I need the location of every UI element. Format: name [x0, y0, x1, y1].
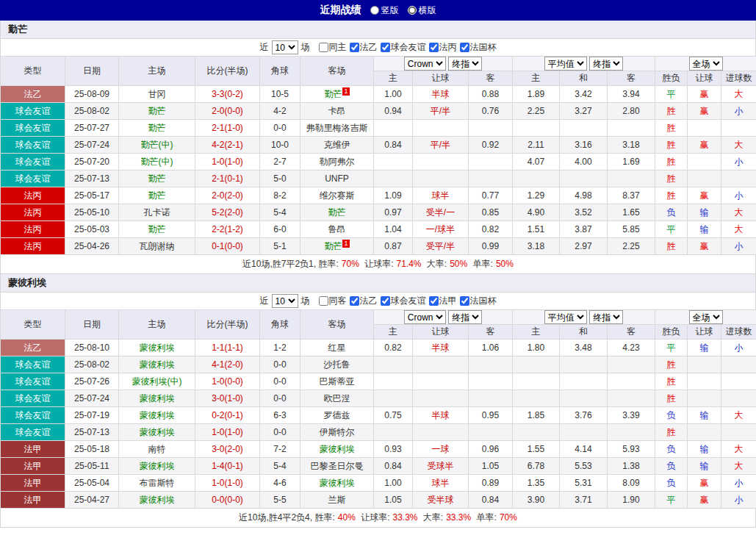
home-team[interactable]: 勤芒: [119, 103, 195, 120]
match-score[interactable]: 3-3(0-2): [195, 86, 260, 103]
away-team[interactable]: 蒙彼利埃: [300, 441, 374, 458]
away-team-name[interactable]: 勤芒: [324, 89, 342, 99]
away-team[interactable]: 沙托鲁: [300, 356, 374, 373]
league-checkbox[interactable]: [429, 43, 439, 52]
away-team-name[interactable]: 蒙彼利埃: [320, 478, 355, 488]
league-option-3[interactable]: 法丙: [429, 41, 457, 54]
match-score[interactable]: 0-0(0-0): [195, 492, 260, 509]
match-score[interactable]: 1-0(1-0): [195, 475, 260, 492]
away-team-name[interactable]: 巴斯蒂亚: [320, 376, 355, 387]
away-team-name[interactable]: 维尔赛斯: [320, 190, 355, 201]
away-team-name[interactable]: UNFP: [325, 173, 349, 184]
away-team[interactable]: 弗勒里梅洛吉斯: [300, 120, 374, 137]
away-team-name[interactable]: 勤芒: [324, 241, 342, 251]
home-team[interactable]: 蒙彼利埃: [119, 492, 195, 509]
home-team[interactable]: 蒙彼利埃: [119, 356, 195, 373]
odds-company-select[interactable]: Crown: [404, 310, 446, 324]
same-venue-option[interactable]: 同客: [319, 295, 347, 307]
home-team[interactable]: 勤芒: [119, 221, 195, 238]
away-team-name[interactable]: 巴黎圣日尔曼: [311, 461, 364, 471]
match-score[interactable]: 1-0(1-0): [195, 154, 260, 171]
away-team-name[interactable]: 罗德兹: [324, 410, 350, 420]
match-score[interactable]: 4-2(2-1): [195, 137, 260, 154]
home-team[interactable]: 蒙彼利埃: [119, 407, 195, 424]
match-score[interactable]: 2-0(2-0): [195, 187, 260, 204]
home-team[interactable]: 勤芒(中): [119, 154, 195, 171]
match-score[interactable]: 2-2(1-2): [195, 221, 260, 238]
away-team-name[interactable]: 红星: [328, 342, 346, 353]
home-team[interactable]: 勤芒: [119, 171, 195, 187]
away-team-name[interactable]: 卡昂: [328, 106, 346, 116]
home-team[interactable]: 勤芒(中): [119, 137, 195, 154]
away-team[interactable]: 勤芒: [300, 204, 374, 221]
layout-horizontal-radio[interactable]: [408, 6, 417, 15]
home-team[interactable]: 布雷斯特: [119, 475, 195, 492]
away-team-name[interactable]: 蒙彼利埃: [320, 444, 355, 454]
away-team[interactable]: 鲁昂: [300, 221, 374, 238]
away-team[interactable]: 卡昂: [300, 103, 374, 120]
match-score[interactable]: 1-4(0-1): [195, 458, 260, 475]
away-team-name[interactable]: 沙托鲁: [324, 359, 350, 370]
match-score[interactable]: 3-0(1-0): [195, 390, 260, 407]
league-option-2[interactable]: 球会友谊: [381, 295, 426, 307]
match-score[interactable]: 1-0(1-0): [195, 424, 260, 441]
away-team[interactable]: 红星: [300, 340, 374, 356]
league-checkbox[interactable]: [381, 43, 390, 52]
away-team[interactable]: 罗德兹: [300, 407, 374, 424]
league-checkbox[interactable]: [350, 43, 359, 52]
away-team-name[interactable]: 勤芒: [328, 207, 346, 218]
away-team-name[interactable]: 勒阿弗尔: [320, 157, 355, 167]
odds-time-select[interactable]: 终指: [448, 57, 482, 71]
away-team-name[interactable]: 欧巴涅: [324, 393, 350, 404]
away-team[interactable]: 维尔赛斯: [300, 187, 374, 204]
match-score[interactable]: 4-1(2-0): [195, 356, 260, 373]
match-score[interactable]: 2-1(1-0): [195, 120, 260, 137]
away-team[interactable]: 克维伊: [300, 137, 374, 154]
away-team-name[interactable]: 兰斯: [328, 495, 346, 505]
home-team[interactable]: 勤芒: [119, 187, 195, 204]
home-team[interactable]: 勤芒: [119, 120, 195, 137]
match-score[interactable]: 5-2(2-0): [195, 204, 260, 221]
match-count-select[interactable]: 10: [272, 40, 298, 54]
league-option-2[interactable]: 球会友谊: [381, 41, 426, 54]
away-team[interactable]: 勒阿弗尔: [300, 154, 374, 171]
match-score[interactable]: 3-0(2-0): [195, 441, 260, 458]
match-score[interactable]: 0-2(0-1): [195, 407, 260, 424]
odds-time-select[interactable]: 终指: [448, 310, 482, 324]
league-option-4[interactable]: 法国杯: [460, 295, 497, 307]
away-team[interactable]: 巴黎圣日尔曼: [300, 458, 374, 475]
home-team[interactable]: 蒙彼利埃: [119, 458, 195, 475]
away-team[interactable]: 巴斯蒂亚: [300, 373, 374, 390]
away-team[interactable]: UNFP: [300, 171, 374, 187]
away-team-name[interactable]: 弗勒里梅洛吉斯: [306, 123, 368, 133]
league-checkbox[interactable]: [381, 296, 390, 306]
home-team[interactable]: 蒙彼利埃: [119, 390, 195, 407]
avg-type-select[interactable]: 平均值: [544, 57, 587, 71]
league-option-1[interactable]: 法乙: [350, 295, 378, 307]
same-venue-checkbox[interactable]: [319, 296, 328, 306]
league-checkbox[interactable]: [429, 296, 439, 306]
league-option-4[interactable]: 法国杯: [460, 41, 497, 54]
same-venue-option[interactable]: 同主: [319, 41, 347, 54]
layout-horizontal-option[interactable]: 横版: [408, 4, 436, 17]
league-option-3[interactable]: 法甲: [429, 295, 457, 307]
match-score[interactable]: 0-1(0-0): [195, 238, 260, 255]
league-checkbox[interactable]: [460, 296, 469, 306]
away-team[interactable]: 欧巴涅: [300, 390, 374, 407]
avg-time-select[interactable]: 终指: [589, 57, 623, 71]
away-team[interactable]: 勤芒1: [300, 86, 374, 103]
odds-company-select[interactable]: Crown: [404, 57, 446, 71]
league-option-1[interactable]: 法乙: [350, 41, 378, 54]
away-team-name[interactable]: 克维伊: [324, 140, 350, 150]
scope-select[interactable]: 全场: [689, 310, 723, 324]
home-team[interactable]: 南特: [119, 441, 195, 458]
layout-vertical-radio[interactable]: [370, 6, 379, 15]
match-count-select[interactable]: 10: [272, 294, 298, 308]
layout-vertical-option[interactable]: 竖版: [370, 4, 399, 17]
scope-select[interactable]: 全场: [689, 57, 723, 71]
away-team[interactable]: 伊斯特尔: [300, 424, 374, 441]
league-checkbox[interactable]: [460, 43, 469, 52]
away-team[interactable]: 兰斯: [300, 492, 374, 509]
avg-type-select[interactable]: 平均值: [544, 310, 587, 324]
match-score[interactable]: 1-1(1-1): [195, 340, 260, 356]
